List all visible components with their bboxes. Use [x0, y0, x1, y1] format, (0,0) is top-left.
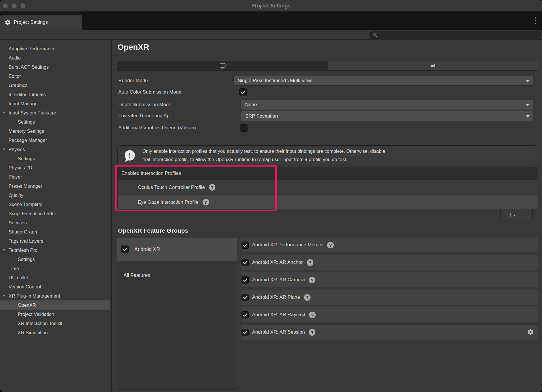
- interaction-profile-row[interactable]: Eye Gaze Interaction Profile ?: [118, 195, 538, 209]
- help-icon[interactable]: ?: [307, 259, 313, 266]
- sidebar-item-label: Input Manager: [9, 101, 39, 106]
- feature-group-item[interactable]: Android XR: [117, 237, 237, 261]
- sidebar-item[interactable]: ▼ Input System Package: [0, 108, 110, 117]
- sidebar-item[interactable]: ▼ Input Manager: [0, 99, 110, 108]
- gear-icon: [5, 19, 11, 25]
- feature-checkbox[interactable]: [241, 294, 249, 301]
- sidebar-item-label: Settings: [18, 257, 35, 262]
- feature-group-label: Android XR: [134, 246, 160, 252]
- sidebar-item[interactable]: ▼ Physics 2D: [0, 163, 110, 172]
- kebab-menu-icon[interactable]: [534, 16, 537, 25]
- check-icon: [240, 90, 246, 95]
- sidebar-item[interactable]: ▼ Tags and Layers: [0, 236, 110, 246]
- sidebar-item[interactable]: ▼ UI Toolkit: [0, 273, 110, 282]
- feature-group-item[interactable]: All Features: [117, 267, 237, 284]
- info-box: ! Only enable interaction profiles that …: [117, 145, 536, 165]
- feature-checkbox[interactable]: [241, 241, 249, 249]
- sidebar-item-label: Burst AOT Settings: [9, 64, 49, 70]
- sidebar-item[interactable]: ▼ Project Validation: [0, 310, 110, 319]
- interaction-profile-row[interactable]: Oculus Touch Controller Profile ?: [118, 180, 538, 195]
- interaction-profile-label: Eye Gaze Interaction Profile: [138, 199, 199, 205]
- sidebar-item-label: Project Validation: [18, 312, 54, 317]
- feature-checkbox[interactable]: [241, 329, 249, 336]
- foldout-triangle-icon[interactable]: ▼: [2, 111, 6, 115]
- dropdown-arrow-icon: [526, 115, 530, 118]
- sidebar-item[interactable]: ▼ Settings: [0, 154, 110, 163]
- sidebar-item[interactable]: ▼ Burst AOT Settings: [0, 62, 110, 72]
- android-icon: [429, 62, 436, 69]
- sidebar-item[interactable]: ▼ In-Editor Tutorials: [0, 90, 110, 99]
- help-icon[interactable]: ?: [309, 312, 316, 318]
- help-icon[interactable]: ?: [304, 294, 311, 301]
- main-panel: OpenXR: [112, 40, 542, 392]
- sidebar-item-label: Scene Template: [9, 202, 42, 207]
- titlebar: Project Settings: [0, 0, 542, 11]
- check-icon: [243, 243, 248, 248]
- sidebar-item[interactable]: ▼ XR Interaction Toolkit: [0, 319, 110, 328]
- tab-project-settings[interactable]: Project Settings: [0, 15, 82, 30]
- sidebar-item[interactable]: ▼ TextMesh Pro: [0, 246, 110, 255]
- help-icon[interactable]: ?: [209, 184, 215, 191]
- sidebar-item-label: Input System Package: [9, 110, 56, 116]
- feature-group-label: All Features: [123, 272, 150, 278]
- feature-group-checkbox[interactable]: [121, 246, 129, 253]
- search-box[interactable]: [370, 31, 541, 39]
- feature-checkbox[interactable]: [241, 259, 249, 266]
- sidebar-item[interactable]: ▼ Physics: [0, 145, 110, 154]
- feature-settings-gear-icon[interactable]: [527, 329, 534, 336]
- sidebar-item-label: XR Plug-in Management: [9, 293, 60, 299]
- foveated-rendering-dropdown[interactable]: SRP Foveation: [241, 111, 533, 121]
- sidebar-item[interactable]: ▼ Time: [0, 264, 110, 273]
- toolbar: [0, 30, 542, 40]
- sidebar-item[interactable]: ▼ Script Execution Order: [0, 209, 110, 218]
- sidebar-item[interactable]: ▼ XR Plug-in Management: [0, 291, 110, 300]
- sidebar-item[interactable]: ▼ Preset Manager: [0, 181, 110, 191]
- sidebar-item[interactable]: ▼ ShaderGraph: [0, 227, 110, 236]
- sidebar-item[interactable]: ▼ Audio: [0, 53, 110, 62]
- search-input[interactable]: [379, 33, 538, 37]
- feature-label: Android XR: AR Session: [252, 329, 305, 335]
- info-text: Only enable interaction profiles that yo…: [142, 147, 385, 164]
- sidebar-item[interactable]: ▼ Services: [0, 218, 110, 227]
- sidebar-item[interactable]: ▼ Settings: [0, 255, 110, 264]
- remove-profile-button[interactable]: −: [521, 211, 525, 218]
- help-icon[interactable]: ?: [203, 199, 209, 205]
- sidebar-item-label: Editor: [9, 74, 21, 79]
- sidebar-item[interactable]: ▼ Quality: [0, 191, 110, 200]
- foldout-triangle-icon[interactable]: ▼: [2, 147, 6, 151]
- sidebar-item[interactable]: ▼ XR Simulation: [0, 328, 110, 337]
- sidebar-item-label: XR Simulation: [18, 330, 48, 335]
- sidebar-item[interactable]: ▼ Graphics: [0, 81, 110, 90]
- sidebar-item-label: Audio: [9, 55, 21, 61]
- sidebar-item[interactable]: ▼ Player: [0, 172, 110, 181]
- sidebar-item[interactable]: ▼ Memory Settings: [0, 126, 110, 136]
- sidebar-item-label: XR Interaction Toolkit: [18, 321, 62, 326]
- platform-tab-android[interactable]: [328, 61, 538, 70]
- platform-tab-desktop[interactable]: [118, 61, 328, 70]
- sidebar-item-label: Services: [9, 220, 27, 225]
- feature-checkbox[interactable]: [241, 276, 249, 284]
- add-profile-button[interactable]: + ▾: [508, 211, 512, 218]
- sidebar-item-label: Version Control: [9, 284, 41, 290]
- sidebar-item[interactable]: ▼ OpenXR: [0, 300, 110, 310]
- sidebar-item[interactable]: ▼ Package Manager: [0, 136, 110, 145]
- sidebar-item[interactable]: ▼ Version Control: [0, 282, 110, 291]
- sidebar-item[interactable]: ▼ Settings: [0, 117, 110, 126]
- render-mode-dropdown[interactable]: Single Pass Instanced \ Multi-view: [233, 76, 533, 86]
- sidebar-item[interactable]: ▼ Scene Template: [0, 200, 110, 209]
- foldout-triangle-icon[interactable]: ▼: [2, 294, 6, 298]
- sidebar-item[interactable]: ▼ Adaptive Performance: [0, 44, 110, 53]
- depth-submission-dropdown[interactable]: None: [241, 100, 533, 110]
- help-icon[interactable]: ?: [309, 277, 315, 283]
- feature-checkbox[interactable]: [241, 311, 249, 318]
- project-settings-window: Project Settings Project Settings ▼ Adap…: [0, 0, 542, 392]
- interaction-profiles-header: Enabled Interaction Profiles: [118, 167, 538, 180]
- help-icon[interactable]: ?: [327, 242, 334, 248]
- vulkan-queue-checkbox[interactable]: [240, 124, 248, 132]
- sidebar-item-label: Settings: [18, 119, 35, 125]
- help-icon[interactable]: ?: [309, 329, 315, 336]
- foldout-triangle-icon[interactable]: ▼: [2, 248, 6, 252]
- sidebar-item-label: Preset Manager: [9, 183, 42, 189]
- sidebar-item[interactable]: ▼ Editor: [0, 72, 110, 81]
- auto-color-submission-checkbox[interactable]: [239, 88, 247, 96]
